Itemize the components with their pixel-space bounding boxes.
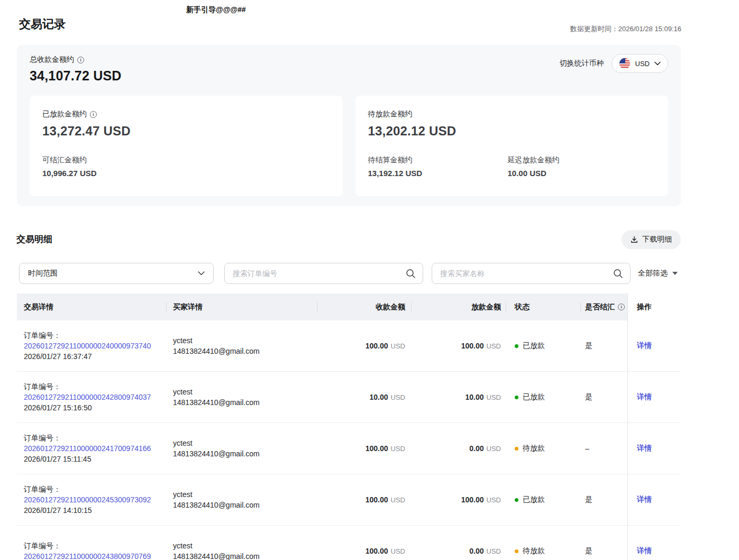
order-date: 2026/01/27 14:10:15 bbox=[24, 505, 151, 516]
buyer-name: yctest bbox=[173, 438, 260, 448]
col-header-settled: 是否结汇 i bbox=[581, 293, 627, 320]
received-amount: 100.00 bbox=[366, 342, 388, 350]
total-received-amount: 34,107.72 USD bbox=[30, 68, 122, 84]
info-icon[interactable]: i bbox=[90, 111, 97, 118]
paid-currency: USD bbox=[487, 445, 501, 453]
table-row: 订单编号： 2026012729211000000242800974037 20… bbox=[17, 372, 681, 423]
detail-link[interactable]: 详情 bbox=[637, 392, 652, 402]
paid-currency: USD bbox=[487, 547, 501, 555]
received-amount: 100.00 bbox=[366, 444, 388, 453]
order-search-input[interactable] bbox=[224, 263, 423, 284]
paid-currency: USD bbox=[487, 342, 501, 350]
buyer-name: yctest bbox=[173, 540, 260, 551]
table-row: 订单编号： 2026012729211000000245300973092 20… bbox=[17, 474, 681, 526]
detail-link[interactable]: 详情 bbox=[637, 495, 652, 504]
order-number-link[interactable]: 2026012729211000000242800974037 bbox=[24, 393, 151, 401]
to-settle-amount: 13,192.12 USD bbox=[368, 169, 508, 178]
pending-label: 待放款金额约 bbox=[368, 109, 413, 119]
paid-currency: USD bbox=[487, 393, 501, 401]
paid-amount: 100.00 bbox=[461, 495, 484, 504]
onboarding-guide-text: 新手引导@@@## bbox=[186, 5, 246, 15]
paid-amount: 0.00 bbox=[469, 547, 483, 555]
buyer-search-input[interactable] bbox=[432, 263, 631, 284]
received-currency: USD bbox=[391, 342, 405, 350]
table-body: 订单编号： 2026012729211000000240000973740 20… bbox=[17, 320, 681, 560]
detail-link[interactable]: 详情 bbox=[637, 546, 652, 556]
time-range-select[interactable]: 时间范围 bbox=[19, 263, 214, 284]
detail-link[interactable]: 详情 bbox=[637, 444, 652, 453]
col-header-buyer: 买家详情 bbox=[167, 293, 317, 320]
col-header-status: 状态 bbox=[506, 293, 581, 320]
order-number-link[interactable]: 2026012729211000000243800970769 bbox=[24, 552, 151, 560]
data-update-time: 数据更新时间：2026/01/28 15:09:16 bbox=[570, 24, 681, 34]
released-amount-card: 已放款金额约 i 13,272.47 USD 可结汇金额约 10,996.27 … bbox=[30, 96, 343, 196]
currency-selector[interactable]: USD bbox=[612, 54, 668, 73]
pending-amount-card: 待放款金额约 13,202.12 USD 待结算金额约 13,192.12 US… bbox=[355, 96, 669, 196]
order-number-link[interactable]: 2026012729211000000241700974166 bbox=[24, 444, 151, 453]
table-row: 订单编号： 2026012729211000000241700974166 20… bbox=[17, 423, 681, 474]
currency-code: USD bbox=[635, 60, 650, 68]
received-amount: 100.00 bbox=[366, 547, 388, 555]
time-range-value: 时间范围 bbox=[28, 269, 58, 278]
status-dot-icon bbox=[515, 498, 518, 502]
info-icon[interactable]: i bbox=[77, 57, 84, 63]
order-number-link[interactable]: 2026012729211000000245300973092 bbox=[24, 495, 151, 504]
status-dot-icon bbox=[515, 447, 518, 451]
order-date: 2026/01/27 15:16:50 bbox=[24, 402, 151, 413]
settled-value: 是 bbox=[581, 526, 627, 560]
all-filters-button[interactable]: 全部筛选 bbox=[638, 263, 678, 284]
order-number-link[interactable]: 2026012729211000000240000973740 bbox=[24, 342, 151, 350]
col-header-received: 收款金额 bbox=[317, 293, 412, 320]
transactions-table: 交易详情 买家详情 收款金额 放款金额 状态 是否结汇 i 操作 订单编号： 2… bbox=[17, 293, 681, 560]
buyer-name: yctest bbox=[173, 335, 260, 346]
settled-value: 是 bbox=[581, 372, 627, 423]
order-number-label: 订单编号： bbox=[24, 540, 151, 551]
settleable-amount: 10,996.27 USD bbox=[42, 169, 97, 178]
status-text: 待放款 bbox=[523, 546, 545, 556]
order-number-label: 订单编号： bbox=[24, 330, 151, 341]
status-text: 已放款 bbox=[523, 341, 545, 351]
us-flag-icon bbox=[619, 58, 631, 69]
caret-down-icon bbox=[672, 272, 678, 275]
buyer-name: yctest bbox=[173, 387, 260, 397]
table-header-row: 交易详情 买家详情 收款金额 放款金额 状态 是否结汇 i 操作 bbox=[17, 293, 681, 320]
paid-amount: 100.00 bbox=[461, 342, 484, 350]
col-header-settled-label: 是否结汇 bbox=[585, 302, 615, 312]
buyer-email: 14813824410@gmail.com bbox=[173, 346, 260, 356]
order-number-label: 订单编号： bbox=[24, 433, 151, 443]
pending-amount: 13,202.12 USD bbox=[368, 124, 656, 139]
received-amount: 100.00 bbox=[366, 495, 388, 504]
settleable-label: 可结汇金额约 bbox=[42, 155, 97, 165]
status-dot-icon bbox=[515, 344, 518, 348]
col-header-action: 操作 bbox=[627, 293, 681, 320]
total-received-label: 总收款金额约 bbox=[30, 55, 74, 65]
status-dot-icon bbox=[515, 396, 518, 399]
page-title: 交易记录 bbox=[19, 16, 66, 32]
table-row: 订单编号： 2026012729211000000243800970769 yc… bbox=[17, 526, 681, 560]
detail-link[interactable]: 详情 bbox=[637, 341, 652, 351]
released-amount: 13,272.47 USD bbox=[42, 124, 330, 139]
order-date: 2026/01/27 16:37:47 bbox=[24, 351, 151, 362]
buyer-name: yctest bbox=[173, 489, 260, 500]
settled-value: – bbox=[581, 423, 627, 474]
download-label: 下载明细 bbox=[642, 235, 672, 244]
search-icon[interactable] bbox=[613, 268, 624, 279]
search-icon[interactable] bbox=[405, 268, 417, 279]
order-number-label: 订单编号： bbox=[24, 381, 151, 392]
paid-amount: 0.00 bbox=[469, 444, 483, 453]
order-date: 2026/01/27 15:11:45 bbox=[24, 454, 151, 464]
delayed-release-amount: 10.00 USD bbox=[508, 169, 560, 178]
col-header-paid: 放款金额 bbox=[412, 293, 506, 320]
details-title: 交易明细 bbox=[16, 233, 52, 245]
download-details-button[interactable]: 下载明细 bbox=[622, 230, 681, 249]
received-currency: USD bbox=[391, 547, 405, 555]
info-icon[interactable]: i bbox=[618, 304, 625, 310]
buyer-email: 14813824410@gmail.com bbox=[173, 500, 260, 510]
paid-amount: 10.00 bbox=[466, 393, 484, 401]
settled-value: 是 bbox=[581, 320, 627, 371]
status-text: 已放款 bbox=[523, 392, 545, 402]
status-text: 已放款 bbox=[523, 495, 545, 504]
chevron-down-icon bbox=[198, 271, 205, 276]
to-settle-label: 待结算金额约 bbox=[368, 155, 508, 165]
received-currency: USD bbox=[391, 496, 405, 504]
